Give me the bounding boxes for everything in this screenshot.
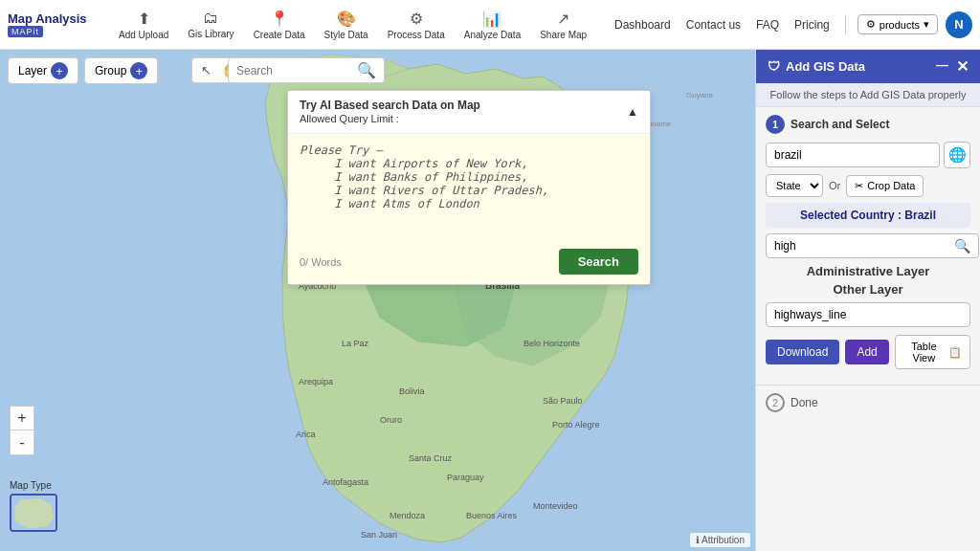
map-type-preview <box>11 496 56 531</box>
process-icon: ⚙ <box>410 10 423 28</box>
table-icon: 📋 <box>948 346 962 359</box>
step2-number: 2 <box>766 393 785 412</box>
word-count: 0/ Words <box>300 256 342 268</box>
toolbar-share-map[interactable]: ↗ Share Map <box>532 6 594 44</box>
gear-icon: ⚙ <box>866 18 876 31</box>
layer-plus-icon[interactable]: + <box>51 62 68 79</box>
admin-layer-heading: Administrative Layer <box>766 264 970 278</box>
toolbar: ⬆ Add Upload 🗂 Gis Library 📍 Create Data… <box>111 6 611 44</box>
right-panel-header: 🛡 Add GIS Data — ✕ <box>756 50 980 83</box>
table-view-label: Table View <box>903 341 945 364</box>
toolbar-add-upload-label: Add Upload <box>119 30 168 40</box>
brand-title: Map Analysis <box>8 11 94 26</box>
toolbar-process-data[interactable]: ⚙ Process Data <box>380 6 453 44</box>
toolbar-create-data-label: Create Data <box>254 30 305 40</box>
right-panel: 🛡 Add GIS Data — ✕ Follow the steps to A… <box>755 50 980 551</box>
svg-text:Santa Cruz: Santa Cruz <box>409 453 453 463</box>
share-icon: ↗ <box>557 10 569 28</box>
ai-panel-header: Try AI Based search Data on Map Allowed … <box>288 91 650 134</box>
group-label: Group <box>95 64 126 77</box>
panel-header-title: Add GIS Data <box>786 59 865 74</box>
topbar: Map Analysis MAPit ⬆ Add Upload 🗂 Gis Li… <box>0 0 980 50</box>
toolbar-create-data[interactable]: 📍 Create Data <box>246 6 313 44</box>
step1-section: 1 Search and Select 🌐 State Or ✂ Crop Da… <box>756 107 980 385</box>
map-type-thumbnail[interactable] <box>10 494 57 532</box>
svg-text:Antofagasta: Antofagasta <box>323 477 368 487</box>
toolbar-style-data[interactable]: 🎨 Style Data <box>317 6 376 44</box>
svg-text:Oruro: Oruro <box>380 415 402 425</box>
brand-sub: MAPit <box>8 26 43 37</box>
close-icon[interactable]: ✕ <box>956 57 969 76</box>
layer-result-input[interactable] <box>766 302 970 327</box>
group-button[interactable]: Group + <box>84 57 158 84</box>
nav-faq[interactable]: FAQ <box>752 14 783 35</box>
search-icon[interactable]: 🔍 <box>357 61 376 79</box>
nav-contact[interactable]: Contact us <box>682 14 745 35</box>
style-icon: 🎨 <box>337 10 356 28</box>
brand: Map Analysis MAPit <box>8 11 94 37</box>
map-type-label: Map Type <box>10 480 57 491</box>
state-select[interactable]: State <box>766 174 823 197</box>
map-type-panel: Map Type <box>10 480 57 532</box>
nav-dashboard[interactable]: Dashboard <box>611 14 675 35</box>
attribution: ℹ Attribution <box>690 533 750 547</box>
layer-panel: Layer + Group + <box>8 57 158 84</box>
layer-button[interactable]: Layer + <box>8 57 78 84</box>
minus-icon[interactable]: — <box>936 57 948 76</box>
svg-text:San Juan: San Juan <box>361 530 397 540</box>
user-avatar[interactable]: N <box>946 11 972 38</box>
toolbar-process-data-label: Process Data <box>388 30 445 40</box>
svg-text:La Paz: La Paz <box>342 339 369 348</box>
step1-label: 1 Search and Select <box>766 115 970 134</box>
right-panel-subheader: Follow the steps to Add GIS Data properl… <box>756 83 980 107</box>
ai-panel: Try AI Based search Data on Map Allowed … <box>287 90 651 285</box>
other-layer-heading: Other Layer <box>766 282 970 297</box>
toolbar-add-upload[interactable]: ⬆ Add Upload <box>111 6 176 44</box>
action-row: Download Add Table View 📋 <box>766 335 970 369</box>
topnav: Dashboard Contact us FAQ Pricing ⚙ produ… <box>611 11 972 38</box>
step2-label: 2 Done <box>766 393 970 412</box>
globe-button[interactable]: 🌐 <box>944 142 970 168</box>
attribution-text: Attribution <box>702 535 745 545</box>
filter-input[interactable] <box>766 233 979 258</box>
toolbar-analyze-data-label: Analyze Data <box>464 30 521 40</box>
filter-input-row: 🔍 <box>766 233 970 258</box>
table-view-button[interactable]: Table View 📋 <box>895 335 970 369</box>
country-search-input[interactable] <box>766 143 940 167</box>
zoom-controls: + - <box>10 406 34 455</box>
group-plus-icon[interactable]: + <box>130 62 147 79</box>
svg-text:Belo Horizonte: Belo Horizonte <box>523 339 580 348</box>
info-icon: ℹ <box>696 535 700 545</box>
crop-data-button[interactable]: ✂ Crop Data <box>846 175 924 197</box>
svg-text:Mendoza: Mendoza <box>390 511 425 520</box>
svg-text:Guyana: Guyana <box>686 91 714 99</box>
add-button[interactable]: Add <box>845 340 888 364</box>
map-search-input[interactable] <box>236 64 351 77</box>
toolbar-gis-library[interactable]: 🗂 Gis Library <box>180 6 241 44</box>
products-button[interactable]: ⚙ products ▾ <box>858 14 938 34</box>
layer-label: Layer <box>18 64 47 77</box>
ai-search-button[interactable]: Search <box>559 249 638 275</box>
zoom-in-button[interactable]: + <box>10 406 34 430</box>
step2-text: Done <box>791 396 818 409</box>
crop-label: Crop Data <box>867 180 915 191</box>
filter-search-icon[interactable]: 🔍 <box>954 238 970 253</box>
download-button[interactable]: Download <box>766 340 839 364</box>
products-label: products <box>880 19 920 31</box>
toolbar-share-map-label: Share Map <box>540 30 587 40</box>
ai-panel-collapse-icon[interactable]: ▲ <box>627 105 638 119</box>
toolbar-style-data-label: Style Data <box>324 30 368 40</box>
zoom-out-button[interactable]: - <box>10 430 34 455</box>
nav-pricing[interactable]: Pricing <box>791 14 834 35</box>
upload-icon: ⬆ <box>138 10 150 28</box>
search-input-row: 🌐 <box>766 142 970 168</box>
svg-text:Porto Alegre: Porto Alegre <box>552 420 600 430</box>
map-container: Ecuador Peru Ayacucho Arequipa Arica Ant… <box>0 50 980 551</box>
step1-text: Search and Select <box>791 118 889 131</box>
svg-text:São Paulo: São Paulo <box>543 396 583 406</box>
ai-query-input[interactable]: Please Try – I want Airports of New York… <box>300 143 638 230</box>
svg-text:Montevideo: Montevideo <box>533 501 578 511</box>
cursor-icon[interactable]: ↖ <box>198 61 214 79</box>
svg-text:Arequipa: Arequipa <box>299 377 333 386</box>
toolbar-analyze-data[interactable]: 📊 Analyze Data <box>457 6 528 44</box>
